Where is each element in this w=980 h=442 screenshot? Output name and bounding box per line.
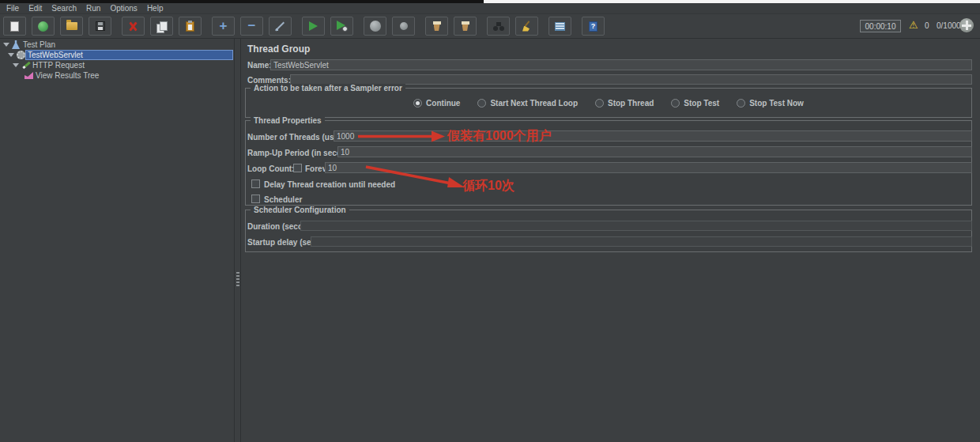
- cut-icon: [128, 21, 138, 32]
- tree-item-thread-group[interactable]: TestWebServlet: [0, 50, 234, 60]
- split-pane-divider[interactable]: [234, 39, 241, 442]
- toggle-icon: [275, 21, 285, 32]
- ramp-up-input[interactable]: [337, 146, 972, 157]
- tree-item-test-plan[interactable]: Test Plan: [0, 40, 234, 50]
- clear-all-button[interactable]: [454, 17, 477, 36]
- active-threads-counter: 0/1000: [937, 21, 961, 30]
- toggle-button[interactable]: [269, 17, 292, 36]
- clear-all-icon: [461, 21, 470, 31]
- radio-button-icon[interactable]: [477, 99, 486, 108]
- start-no-pauses-button[interactable]: [330, 17, 353, 36]
- new-file-icon: [10, 21, 19, 32]
- function-helper-button[interactable]: [548, 17, 571, 36]
- menu-bar: File Edit Search Run Options Help: [0, 3, 980, 14]
- toolbar-expand-group: + −: [212, 17, 292, 36]
- menu-help[interactable]: Help: [147, 4, 164, 13]
- cut-button[interactable]: [122, 17, 145, 36]
- sampler-error-options: Continue Start Next Thread Loop Stop Thr…: [246, 99, 971, 108]
- search-button[interactable]: [487, 17, 510, 36]
- view-results-tree-icon: [24, 72, 33, 79]
- test-plan-icon: [12, 40, 20, 49]
- name-input[interactable]: [270, 59, 972, 70]
- tree-label: TestWebServlet: [28, 51, 83, 59]
- clear-button[interactable]: [425, 17, 448, 36]
- sampler-error-fieldset: Action to be taken after a Sampler error…: [245, 88, 972, 118]
- http-request-icon: [22, 62, 30, 69]
- clear-icon: [432, 21, 442, 31]
- radio-label: Start Next Thread Loop: [490, 99, 578, 108]
- tree-label: View Results Tree: [36, 71, 99, 80]
- radio-stop-test-now[interactable]: Stop Test Now: [737, 99, 804, 108]
- num-threads-input[interactable]: [334, 130, 972, 142]
- loop-count-label: Loop Count:: [247, 164, 294, 173]
- menu-edit[interactable]: Edit: [28, 4, 42, 13]
- save-button[interactable]: [89, 17, 111, 36]
- new-plan-button[interactable]: [3, 17, 26, 36]
- startup-delay-input: [311, 236, 972, 247]
- name-label: Name:: [247, 61, 272, 70]
- menu-file[interactable]: File: [6, 4, 19, 13]
- radio-button-icon[interactable]: [413, 99, 422, 108]
- start-button[interactable]: [302, 17, 325, 36]
- radio-label: Stop Test: [684, 99, 719, 108]
- radio-start-next-thread-loop[interactable]: Start Next Thread Loop: [477, 99, 578, 108]
- scheduler-config-legend: Scheduler Configuration: [251, 206, 349, 214]
- radio-button-icon[interactable]: [737, 99, 745, 108]
- radio-stop-test[interactable]: Stop Test: [671, 99, 719, 108]
- save-icon: [96, 21, 105, 31]
- stop-button[interactable]: [364, 17, 386, 36]
- radio-stop-thread[interactable]: Stop Thread: [595, 99, 654, 108]
- radio-button-icon[interactable]: [595, 99, 604, 108]
- expand-handle-icon[interactable]: [8, 53, 14, 57]
- radio-button-icon[interactable]: [671, 99, 680, 108]
- shutdown-button[interactable]: [392, 17, 415, 36]
- help-book-icon: ?: [589, 21, 597, 32]
- jmeter-window: File Edit Search Run Options Help + −: [0, 0, 980, 442]
- divider-grip-icon: [236, 272, 239, 288]
- toolbar-clear-group: [425, 17, 477, 36]
- copy-button[interactable]: [150, 17, 173, 36]
- open-button[interactable]: [60, 17, 83, 36]
- scheduler-checkbox[interactable]: [251, 195, 260, 203]
- annotation-users: 假装有1000个用户: [447, 128, 552, 145]
- tree-item-http-request[interactable]: HTTP Request: [0, 60, 234, 70]
- page-title: Thread Group: [247, 43, 310, 55]
- templates-icon: [38, 21, 48, 32]
- forever-checkbox[interactable]: [293, 164, 302, 172]
- thread-group-panel: Thread Group Name: Comments: Action to b…: [241, 39, 980, 442]
- paste-icon: [186, 21, 194, 32]
- radio-label: Stop Test Now: [749, 99, 804, 108]
- toolbar-function-group: [548, 17, 571, 36]
- tree-item-view-results-tree[interactable]: View Results Tree: [0, 70, 234, 81]
- search-reset-button[interactable]: [515, 17, 538, 36]
- stop-icon: [370, 21, 381, 32]
- log-warning-icon[interactable]: ⚠: [909, 18, 918, 32]
- shutdown-icon: [400, 22, 408, 30]
- delay-thread-creation-label: Delay Thread creation until needed: [264, 180, 395, 189]
- expand-handle-icon[interactable]: [3, 43, 9, 47]
- menu-search[interactable]: Search: [51, 4, 77, 13]
- play-no-pauses-icon: [337, 21, 348, 32]
- threads-indicator-icon: [959, 18, 974, 32]
- templates-button[interactable]: [32, 17, 55, 36]
- expand-all-button[interactable]: +: [212, 17, 235, 36]
- loop-count-input[interactable]: [325, 162, 972, 173]
- toolbar-edit-group: [122, 17, 202, 36]
- open-folder-icon: [66, 22, 77, 30]
- toolbar-file-group: [3, 17, 111, 36]
- collapse-all-button[interactable]: −: [240, 17, 263, 36]
- menu-options[interactable]: Options: [110, 4, 137, 13]
- radio-continue[interactable]: Continue: [413, 99, 460, 108]
- toolbar-stop-group: [364, 17, 415, 36]
- plus-icon: +: [220, 21, 228, 32]
- help-button[interactable]: ?: [582, 17, 605, 36]
- binoculars-icon: [493, 22, 504, 31]
- elapsed-timer: 00:00:10: [860, 20, 901, 32]
- menu-run[interactable]: Run: [86, 4, 100, 13]
- expand-handle-icon[interactable]: [13, 63, 19, 67]
- copy-icon: [156, 21, 167, 32]
- paste-button[interactable]: [179, 17, 202, 36]
- delay-thread-creation-checkbox[interactable]: [251, 179, 260, 188]
- toolbar: + − ?: [0, 14, 980, 39]
- thread-group-icon: [17, 51, 25, 59]
